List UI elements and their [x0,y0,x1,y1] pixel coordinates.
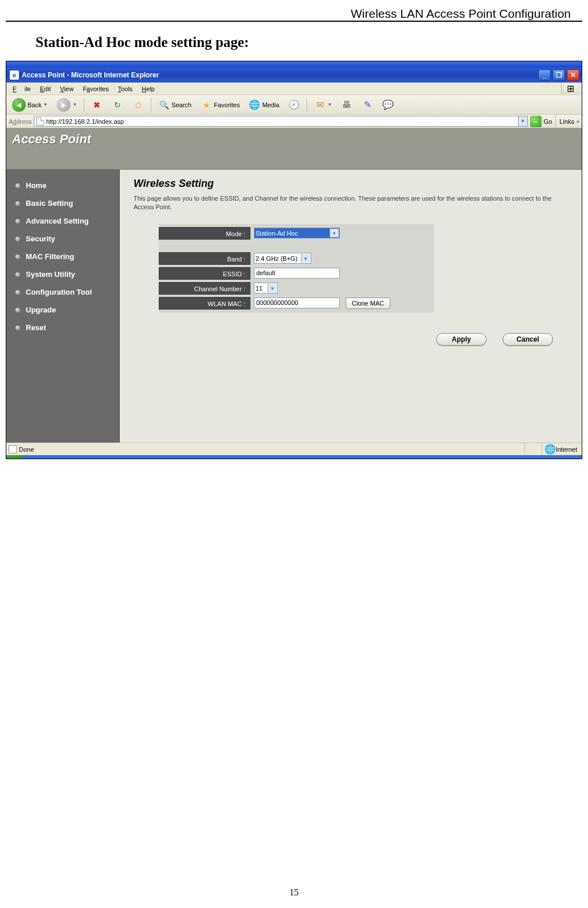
settings-panel: Mode : Station-Ad Hoc Band : 2.4 GHz (B+… [159,224,434,312]
back-dropdown-icon[interactable]: ▼ [43,102,48,107]
sidebar-item-security[interactable]: Security [15,230,119,248]
close-button[interactable]: ✕ [567,69,579,81]
row-channel: Channel Number : 11 [159,281,434,296]
back-button[interactable]: ◄ Back ▼ [9,97,51,112]
windows-flag-icon[interactable]: ⊞ [561,83,579,94]
sidebar-item-reset[interactable]: Reset [15,319,119,336]
browser-screenshot: e Access Point - Microsoft Internet Expl… [6,61,582,459]
status-bar: Done 🌐 Internet [6,443,582,455]
label-wlan-mac: WLAN MAC : [159,297,250,310]
mail-button[interactable]: ✉▼ [311,97,335,112]
document-header: Wireless LAN Access Point Configuration [6,5,582,22]
discuss-button[interactable]: 💬 [379,97,397,112]
address-dropdown-icon[interactable]: ▼ [518,116,527,126]
history-button[interactable]: 🕗 [285,97,303,112]
forward-dropdown-icon[interactable]: ▼ [72,102,77,107]
media-button[interactable]: 🌐Media [245,97,283,112]
sidebar-item-system-utility[interactable]: System Utility [15,265,119,283]
row-mode: Mode : Station-Ad Hoc [159,226,434,241]
internet-zone-icon: 🌐 [544,444,556,455]
window-titlebar[interactable]: e Access Point - Microsoft Internet Expl… [6,68,582,83]
toolbar-separator [307,98,307,112]
action-buttons: Apply Cancel [134,333,570,346]
sidebar-item-basic-setting[interactable]: Basic Setting [15,194,119,212]
wlan-mac-input[interactable]: 000000000000 [254,298,340,308]
toolbar-separator [84,98,84,112]
menu-view[interactable]: View [56,84,78,93]
sidebar-item-mac-filtering[interactable]: MAC Filtering [15,248,119,265]
home-button[interactable]: ⌂ [129,97,147,112]
search-icon: 🔍 [158,99,170,111]
sidebar-item-configuration-tool[interactable]: Configuration Tool [15,283,119,301]
menu-file[interactable]: File [9,84,35,93]
minimize-button[interactable]: _ [538,69,551,81]
refresh-icon: ↻ [112,99,123,111]
address-label: Address [9,118,32,125]
sidebar-nav: Home Basic Setting Advanced Setting Secu… [6,170,120,443]
toolbar-separator [555,115,556,128]
history-icon: 🕗 [288,99,300,111]
mode-select[interactable]: Station-Ad Hoc [254,228,340,238]
stop-icon: ✖ [91,99,103,111]
clone-mac-button[interactable]: Clone MAC [346,298,390,309]
sidebar-item-advanced-setting[interactable]: Advanced Setting [15,212,119,230]
edit-button[interactable]: ✎ [358,97,377,112]
sidebar-item-home[interactable]: Home [15,177,119,194]
menu-bar: File Edit View Favorites Tools Help ⊞ [6,83,582,95]
go-label: Go [544,118,552,125]
cancel-button[interactable]: Cancel [503,333,553,346]
links-chevron-icon[interactable]: » [577,119,579,124]
forward-button[interactable]: ► ▼ [53,97,80,112]
status-text: Done [19,446,34,453]
address-input[interactable]: http://192.168.2.1/index.asp ▼ [34,116,527,127]
row-band: Band : 2.4 GHz (B+G) [159,251,434,266]
content-heading: Wireless Setting [134,178,570,190]
print-icon: 🖶 [341,99,352,111]
label-mode: Mode : [159,227,250,240]
label-channel: Channel Number : [159,282,250,295]
sidebar-item-upgrade[interactable]: Upgrade [15,301,119,319]
stop-button[interactable]: ✖ [88,97,106,112]
links-label[interactable]: Links [559,118,574,125]
content-area: Wireless Setting This page allows you to… [120,170,582,443]
favorites-button[interactable]: ★Favorites [197,97,243,112]
search-button[interactable]: 🔍Search [155,97,195,112]
menu-help[interactable]: Help [138,84,159,93]
edit-icon: ✎ [362,99,373,111]
label-band: Band : [159,252,250,265]
row-wlan-mac: WLAN MAC : 000000000000 Clone MAC [159,296,434,311]
window-title: Access Point - Microsoft Internet Explor… [22,71,159,79]
print-button[interactable]: 🖶 [338,97,356,112]
status-cell-pad [524,444,542,455]
forward-arrow-icon: ► [57,98,70,112]
status-page-icon [9,445,17,453]
refresh-button[interactable]: ↻ [108,97,127,112]
address-url: http://192.168.2.1/index.asp [46,118,124,125]
apply-button[interactable]: Apply [436,333,487,346]
back-label: Back [28,101,41,108]
page-banner: Access Point [6,128,582,170]
essid-input[interactable]: default [254,268,340,279]
address-bar: Address http://192.168.2.1/index.asp ▼ →… [6,115,582,128]
band-select[interactable]: 2.4 GHz (B+G) [254,253,311,264]
maximize-button[interactable]: ❐ [552,69,565,81]
toolbar-separator [151,98,151,112]
media-icon: 🌐 [249,99,260,111]
menu-edit[interactable]: Edit [36,84,55,93]
status-zone: 🌐 Internet [542,444,579,455]
content-description: This page allows you to define ESSID, an… [134,194,558,212]
menu-favorites[interactable]: Favorites [79,84,112,93]
go-button[interactable]: → [530,116,542,127]
media-label: Media [262,101,279,108]
mail-dropdown-icon[interactable]: ▼ [327,102,332,107]
search-label: Search [171,101,191,108]
status-zone-label: Internet [556,446,577,453]
channel-select[interactable]: 11 [254,283,278,293]
mail-icon: ✉ [314,99,326,111]
back-arrow-icon: ◄ [12,98,26,112]
ie-app-icon: e [10,71,19,80]
page-number: 15 [0,887,588,898]
page-icon [36,118,44,126]
menu-tools[interactable]: Tools [114,84,137,93]
section-title: Station-Ad Hoc mode setting page: [0,22,588,61]
